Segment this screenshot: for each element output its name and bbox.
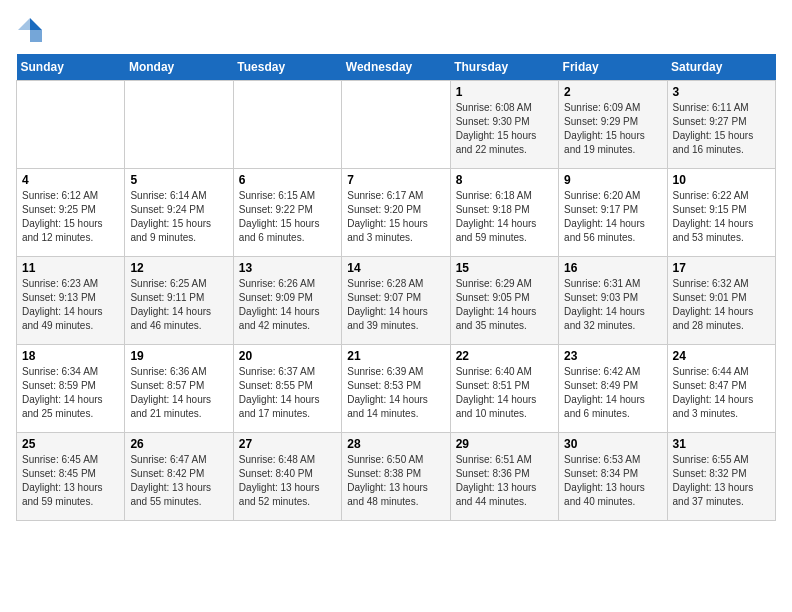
day-header-monday: Monday <box>125 54 233 81</box>
day-number: 28 <box>347 437 444 451</box>
calendar-cell: 2Sunrise: 6:09 AM Sunset: 9:29 PM Daylig… <box>559 81 667 169</box>
day-info: Sunrise: 6:18 AM Sunset: 9:18 PM Dayligh… <box>456 189 553 245</box>
calendar-cell: 6Sunrise: 6:15 AM Sunset: 9:22 PM Daylig… <box>233 169 341 257</box>
day-info: Sunrise: 6:37 AM Sunset: 8:55 PM Dayligh… <box>239 365 336 421</box>
calendar-week-5: 25Sunrise: 6:45 AM Sunset: 8:45 PM Dayli… <box>17 433 776 521</box>
calendar-table: SundayMondayTuesdayWednesdayThursdayFrid… <box>16 54 776 521</box>
calendar-cell <box>233 81 341 169</box>
calendar-cell <box>17 81 125 169</box>
calendar-cell: 13Sunrise: 6:26 AM Sunset: 9:09 PM Dayli… <box>233 257 341 345</box>
calendar-week-4: 18Sunrise: 6:34 AM Sunset: 8:59 PM Dayli… <box>17 345 776 433</box>
day-info: Sunrise: 6:17 AM Sunset: 9:20 PM Dayligh… <box>347 189 444 245</box>
calendar-cell: 22Sunrise: 6:40 AM Sunset: 8:51 PM Dayli… <box>450 345 558 433</box>
calendar-cell: 15Sunrise: 6:29 AM Sunset: 9:05 PM Dayli… <box>450 257 558 345</box>
day-number: 19 <box>130 349 227 363</box>
day-info: Sunrise: 6:29 AM Sunset: 9:05 PM Dayligh… <box>456 277 553 333</box>
calendar-cell: 3Sunrise: 6:11 AM Sunset: 9:27 PM Daylig… <box>667 81 775 169</box>
day-number: 9 <box>564 173 661 187</box>
day-number: 26 <box>130 437 227 451</box>
day-info: Sunrise: 6:11 AM Sunset: 9:27 PM Dayligh… <box>673 101 770 157</box>
calendar-cell: 14Sunrise: 6:28 AM Sunset: 9:07 PM Dayli… <box>342 257 450 345</box>
calendar-cell: 10Sunrise: 6:22 AM Sunset: 9:15 PM Dayli… <box>667 169 775 257</box>
day-number: 17 <box>673 261 770 275</box>
day-number: 31 <box>673 437 770 451</box>
calendar-cell: 1Sunrise: 6:08 AM Sunset: 9:30 PM Daylig… <box>450 81 558 169</box>
svg-marker-1 <box>30 30 42 42</box>
day-number: 4 <box>22 173 119 187</box>
day-number: 12 <box>130 261 227 275</box>
day-info: Sunrise: 6:42 AM Sunset: 8:49 PM Dayligh… <box>564 365 661 421</box>
day-number: 25 <box>22 437 119 451</box>
day-number: 7 <box>347 173 444 187</box>
day-number: 5 <box>130 173 227 187</box>
calendar-cell: 26Sunrise: 6:47 AM Sunset: 8:42 PM Dayli… <box>125 433 233 521</box>
day-info: Sunrise: 6:09 AM Sunset: 9:29 PM Dayligh… <box>564 101 661 157</box>
day-info: Sunrise: 6:39 AM Sunset: 8:53 PM Dayligh… <box>347 365 444 421</box>
svg-marker-2 <box>18 18 30 30</box>
calendar-week-1: 1Sunrise: 6:08 AM Sunset: 9:30 PM Daylig… <box>17 81 776 169</box>
calendar-cell: 18Sunrise: 6:34 AM Sunset: 8:59 PM Dayli… <box>17 345 125 433</box>
day-header-saturday: Saturday <box>667 54 775 81</box>
day-info: Sunrise: 6:20 AM Sunset: 9:17 PM Dayligh… <box>564 189 661 245</box>
day-info: Sunrise: 6:23 AM Sunset: 9:13 PM Dayligh… <box>22 277 119 333</box>
day-info: Sunrise: 6:32 AM Sunset: 9:01 PM Dayligh… <box>673 277 770 333</box>
day-info: Sunrise: 6:50 AM Sunset: 8:38 PM Dayligh… <box>347 453 444 509</box>
day-info: Sunrise: 6:08 AM Sunset: 9:30 PM Dayligh… <box>456 101 553 157</box>
day-number: 13 <box>239 261 336 275</box>
day-number: 21 <box>347 349 444 363</box>
day-header-tuesday: Tuesday <box>233 54 341 81</box>
calendar-week-3: 11Sunrise: 6:23 AM Sunset: 9:13 PM Dayli… <box>17 257 776 345</box>
day-info: Sunrise: 6:28 AM Sunset: 9:07 PM Dayligh… <box>347 277 444 333</box>
calendar-week-2: 4Sunrise: 6:12 AM Sunset: 9:25 PM Daylig… <box>17 169 776 257</box>
day-info: Sunrise: 6:55 AM Sunset: 8:32 PM Dayligh… <box>673 453 770 509</box>
day-number: 6 <box>239 173 336 187</box>
day-info: Sunrise: 6:34 AM Sunset: 8:59 PM Dayligh… <box>22 365 119 421</box>
day-number: 14 <box>347 261 444 275</box>
day-header-thursday: Thursday <box>450 54 558 81</box>
day-info: Sunrise: 6:44 AM Sunset: 8:47 PM Dayligh… <box>673 365 770 421</box>
calendar-cell: 4Sunrise: 6:12 AM Sunset: 9:25 PM Daylig… <box>17 169 125 257</box>
calendar-cell: 17Sunrise: 6:32 AM Sunset: 9:01 PM Dayli… <box>667 257 775 345</box>
calendar-cell: 30Sunrise: 6:53 AM Sunset: 8:34 PM Dayli… <box>559 433 667 521</box>
day-number: 20 <box>239 349 336 363</box>
calendar-cell: 20Sunrise: 6:37 AM Sunset: 8:55 PM Dayli… <box>233 345 341 433</box>
day-info: Sunrise: 6:51 AM Sunset: 8:36 PM Dayligh… <box>456 453 553 509</box>
calendar-cell: 31Sunrise: 6:55 AM Sunset: 8:32 PM Dayli… <box>667 433 775 521</box>
calendar-cell: 11Sunrise: 6:23 AM Sunset: 9:13 PM Dayli… <box>17 257 125 345</box>
day-number: 2 <box>564 85 661 99</box>
calendar-cell: 19Sunrise: 6:36 AM Sunset: 8:57 PM Dayli… <box>125 345 233 433</box>
calendar-cell: 24Sunrise: 6:44 AM Sunset: 8:47 PM Dayli… <box>667 345 775 433</box>
day-info: Sunrise: 6:31 AM Sunset: 9:03 PM Dayligh… <box>564 277 661 333</box>
calendar-cell <box>342 81 450 169</box>
day-number: 18 <box>22 349 119 363</box>
day-info: Sunrise: 6:14 AM Sunset: 9:24 PM Dayligh… <box>130 189 227 245</box>
calendar-cell: 21Sunrise: 6:39 AM Sunset: 8:53 PM Dayli… <box>342 345 450 433</box>
day-header-wednesday: Wednesday <box>342 54 450 81</box>
calendar-cell <box>125 81 233 169</box>
day-info: Sunrise: 6:53 AM Sunset: 8:34 PM Dayligh… <box>564 453 661 509</box>
day-info: Sunrise: 6:36 AM Sunset: 8:57 PM Dayligh… <box>130 365 227 421</box>
calendar-cell: 9Sunrise: 6:20 AM Sunset: 9:17 PM Daylig… <box>559 169 667 257</box>
day-info: Sunrise: 6:48 AM Sunset: 8:40 PM Dayligh… <box>239 453 336 509</box>
day-header-sunday: Sunday <box>17 54 125 81</box>
calendar-cell: 16Sunrise: 6:31 AM Sunset: 9:03 PM Dayli… <box>559 257 667 345</box>
day-number: 27 <box>239 437 336 451</box>
day-number: 1 <box>456 85 553 99</box>
day-number: 10 <box>673 173 770 187</box>
day-info: Sunrise: 6:12 AM Sunset: 9:25 PM Dayligh… <box>22 189 119 245</box>
day-info: Sunrise: 6:22 AM Sunset: 9:15 PM Dayligh… <box>673 189 770 245</box>
calendar-cell: 29Sunrise: 6:51 AM Sunset: 8:36 PM Dayli… <box>450 433 558 521</box>
day-info: Sunrise: 6:26 AM Sunset: 9:09 PM Dayligh… <box>239 277 336 333</box>
calendar-cell: 23Sunrise: 6:42 AM Sunset: 8:49 PM Dayli… <box>559 345 667 433</box>
logo <box>16 16 48 44</box>
calendar-header: SundayMondayTuesdayWednesdayThursdayFrid… <box>17 54 776 81</box>
calendar-body: 1Sunrise: 6:08 AM Sunset: 9:30 PM Daylig… <box>17 81 776 521</box>
logo-icon <box>16 16 44 44</box>
day-info: Sunrise: 6:15 AM Sunset: 9:22 PM Dayligh… <box>239 189 336 245</box>
day-number: 16 <box>564 261 661 275</box>
day-number: 22 <box>456 349 553 363</box>
calendar-cell: 5Sunrise: 6:14 AM Sunset: 9:24 PM Daylig… <box>125 169 233 257</box>
calendar-cell: 27Sunrise: 6:48 AM Sunset: 8:40 PM Dayli… <box>233 433 341 521</box>
calendar-cell: 28Sunrise: 6:50 AM Sunset: 8:38 PM Dayli… <box>342 433 450 521</box>
day-number: 29 <box>456 437 553 451</box>
